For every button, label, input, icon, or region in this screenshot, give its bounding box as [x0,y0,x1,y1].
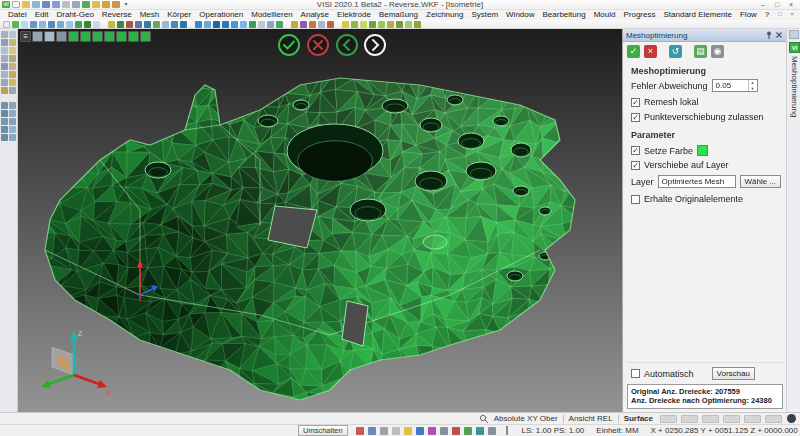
visi-logo[interactable]: W [2,1,10,8]
tb-icon[interactable] [240,21,247,28]
mesh-view-icon[interactable] [140,31,151,42]
menu-item-progress[interactable]: Progress [619,10,659,20]
grid-snap-icon[interactable] [368,427,376,435]
surface-button[interactable]: Surface [619,414,658,423]
snap-icon[interactable] [356,427,364,435]
tb-icon[interactable] [291,21,298,28]
mesh-view-icon[interactable] [104,31,115,42]
tb-icon[interactable] [378,21,385,28]
lt-icon[interactable] [9,102,16,109]
tb-icon[interactable] [126,21,133,28]
tb-icon[interactable] [231,21,238,28]
help-state-icon[interactable] [404,427,412,435]
tb-icon[interactable] [405,21,412,28]
menu-item-analyse[interactable]: Analyse [297,10,333,20]
lt-icon[interactable] [1,39,8,46]
tb-icon[interactable] [258,21,265,28]
close-button[interactable]: × [784,0,798,9]
tb-icon[interactable] [117,21,124,28]
new-file-icon[interactable] [12,1,20,8]
tb-icon[interactable] [171,21,178,28]
lt-icon[interactable] [1,71,8,78]
tb-icon[interactable] [180,21,187,28]
tb-icon[interactable] [108,21,115,28]
tb-icon[interactable] [195,21,202,28]
lt-icon[interactable] [1,87,8,94]
menu-item-k-rper[interactable]: Körper [163,10,195,20]
pin-icon[interactable] [764,30,774,40]
previous-step-button[interactable] [335,33,359,57]
refresh-icon[interactable]: ↺ [669,45,682,58]
mdi-restore-button[interactable]: □ [774,10,786,19]
menu-item-draht-geo[interactable]: Draht-Geo [52,10,97,20]
tb-icon[interactable] [309,21,316,28]
tb-icon[interactable] [153,21,160,28]
lt-icon[interactable] [9,110,16,117]
automatisch-checkbox[interactable] [631,369,640,378]
layer-state-icon[interactable] [392,427,400,435]
lt-icon[interactable] [1,55,8,62]
tb-icon[interactable] [360,21,367,28]
vorschau-button[interactable]: Vorschau [712,367,755,380]
settings-icon[interactable] [112,1,120,8]
tb-icon[interactable] [222,21,229,28]
qa-dropdown-caret[interactable]: ▾ [122,1,130,8]
refresh-state-icon[interactable] [464,427,472,435]
filter-icon[interactable] [428,427,436,435]
ortho-icon[interactable] [380,427,388,435]
lt-icon[interactable] [1,118,8,125]
minimize-button[interactable]: – [756,0,770,9]
dock-icon[interactable] [789,30,799,39]
mdi-close-button[interactable]: × [786,10,798,19]
entity-icon[interactable] [440,427,448,435]
tb-icon[interactable] [48,21,55,28]
punkteverschiebung-checkbox[interactable]: ✓ [631,113,640,122]
tb-icon[interactable] [57,21,64,28]
grid-icon[interactable] [506,426,508,435]
mesh-view-icon[interactable] [68,31,79,42]
tb-icon[interactable] [30,21,37,28]
import-icon[interactable] [32,1,40,8]
search-icon[interactable] [479,414,489,424]
wcs-icon[interactable] [416,427,424,435]
fehler-abweichung-stepper[interactable]: 0.05 ▲▼ [712,79,758,92]
menu-item-bearbeitung[interactable]: Bearbeitung [539,10,590,20]
lt-icon[interactable] [1,126,8,133]
tb-icon[interactable] [12,21,19,28]
save-result-icon[interactable]: ▤ [694,45,707,58]
cancel-icon[interactable]: × [644,45,657,58]
tb-icon[interactable] [93,21,100,28]
layer-input[interactable]: Optimiertes Mesh [658,175,736,188]
snapshot-icon[interactable]: ◉ [711,45,724,58]
menu-item-system[interactable]: System [467,10,502,20]
misc-state-icon[interactable] [488,427,496,435]
lt-icon[interactable] [9,39,16,46]
tb-icon[interactable] [144,21,151,28]
tb-icon[interactable] [204,21,211,28]
tb-icon[interactable] [351,21,358,28]
maximize-button[interactable]: □ [770,0,784,9]
tb-icon[interactable] [327,21,334,28]
menu-item-bema-ung[interactable]: Bemaßung [375,10,422,20]
section-mode-icon[interactable] [56,31,67,42]
undo-icon[interactable] [92,1,100,8]
tb-icon[interactable] [213,21,220,28]
lt-icon[interactable] [9,71,16,78]
absolute-xy-button[interactable]: Absolute XY Ober [489,414,563,423]
remesh-lokal-checkbox[interactable]: ✓ [631,98,640,107]
status-globe-icon[interactable] [787,414,796,423]
next-step-button[interactable] [363,33,387,57]
tb-icon[interactable] [300,21,307,28]
cancel-button[interactable] [306,33,330,57]
ansicht-rel-button[interactable]: Ansicht REL [564,414,618,423]
view-state-icon[interactable] [476,427,484,435]
lt-icon[interactable] [9,87,16,94]
tb-icon[interactable] [414,21,421,28]
tb-icon[interactable] [396,21,403,28]
lt-icon[interactable] [9,118,16,125]
umschalten-button[interactable]: Umschalten [298,425,348,436]
verschiebe-layer-checkbox[interactable]: ✓ [631,161,640,170]
tb-icon[interactable] [249,21,256,28]
save-all-icon[interactable] [52,1,60,8]
tb-icon[interactable] [39,21,46,28]
